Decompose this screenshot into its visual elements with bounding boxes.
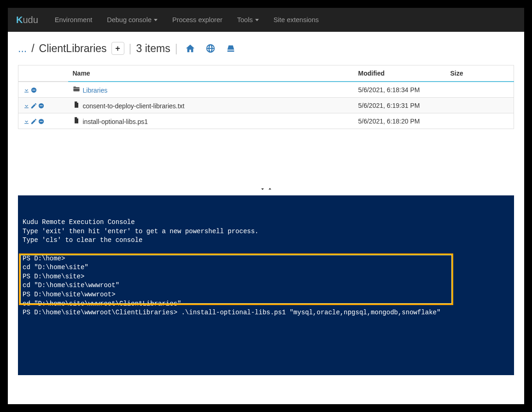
navbar: Kudu Environment Debug console Process e… xyxy=(8,8,524,32)
items-count: 3 items xyxy=(136,42,170,55)
th-name[interactable]: Name xyxy=(68,65,354,82)
file-name: consent-to-deploy-client-libraries.txt xyxy=(83,102,185,110)
file-icon xyxy=(73,117,81,124)
nav-item-process-explorer[interactable]: Process explorer xyxy=(166,8,229,32)
divider: | xyxy=(175,42,178,55)
delete-icon[interactable] xyxy=(38,102,45,109)
name-cell-folder: Libraries xyxy=(68,82,354,98)
edit-icon[interactable] xyxy=(30,118,37,125)
edit-icon[interactable] xyxy=(30,102,37,109)
table-row: consent-to-deploy-client-libraries.txt5/… xyxy=(18,98,514,113)
nav-label: Debug console xyxy=(107,16,152,24)
th-actions xyxy=(18,65,68,82)
modified-cell: 5/6/2021, 6:18:34 PM xyxy=(354,82,446,98)
nav-item-site-extensions[interactable]: Site extensions xyxy=(267,8,325,32)
svg-rect-1 xyxy=(32,90,35,90)
add-button[interactable]: + xyxy=(111,42,124,55)
delete-icon[interactable] xyxy=(30,87,37,94)
brand-prefix: K xyxy=(16,15,23,25)
file-table: Name Modified Size Libraries5/6/2021, 6:… xyxy=(18,65,514,129)
modified-cell: 5/6/2021, 6:18:20 PM xyxy=(354,113,446,129)
th-modified[interactable]: Modified xyxy=(354,65,446,82)
size-cell xyxy=(446,98,514,113)
actions-cell xyxy=(18,113,68,129)
table-row: install-optional-libs.ps15/6/2021, 6:18:… xyxy=(18,113,514,129)
brand-logo[interactable]: Kudu xyxy=(16,15,38,25)
folder-icon xyxy=(73,85,81,93)
nav-label: Site extensions xyxy=(274,16,319,24)
breadcrumb: ... / ClientLibraries + | 3 items | xyxy=(18,42,514,55)
brand-rest: udu xyxy=(23,15,38,25)
th-size[interactable]: Size xyxy=(446,65,514,82)
table-row: Libraries5/6/2021, 6:18:34 PM xyxy=(18,82,514,98)
file-name: install-optional-libs.ps1 xyxy=(83,118,148,125)
actions-cell xyxy=(18,98,68,113)
chevron-down-icon xyxy=(154,19,158,21)
console[interactable]: Kudu Remote Execution Console Type 'exit… xyxy=(18,195,514,375)
console-resize-handle[interactable] xyxy=(18,184,514,193)
svg-rect-3 xyxy=(40,106,42,106)
divider: | xyxy=(129,42,132,55)
actions-cell xyxy=(18,82,68,98)
download-icon[interactable] xyxy=(23,87,30,94)
name-cell-file: install-optional-libs.ps1 xyxy=(68,113,354,129)
globe-icon[interactable] xyxy=(205,43,216,53)
download-icon[interactable] xyxy=(23,118,30,125)
nav-label: Environment xyxy=(55,16,92,24)
folder-link[interactable]: Libraries xyxy=(83,87,108,94)
nav-item-debug-console[interactable]: Debug console xyxy=(100,8,164,32)
download-icon[interactable] xyxy=(23,102,30,109)
breadcrumb-current: ClientLibraries xyxy=(39,42,107,55)
delete-icon[interactable] xyxy=(38,118,45,125)
nav-label: Tools xyxy=(237,16,253,24)
modified-cell: 5/6/2021, 6:19:31 PM xyxy=(354,98,446,113)
size-cell xyxy=(446,82,514,98)
file-icon xyxy=(73,101,81,108)
size-cell xyxy=(446,113,514,129)
nav-label: Process explorer xyxy=(172,16,222,24)
console-output: Kudu Remote Execution Console Type 'exit… xyxy=(23,218,509,318)
name-cell-file: consent-to-deploy-client-libraries.txt xyxy=(68,98,354,113)
chevron-down-icon xyxy=(255,19,259,21)
breadcrumb-ellipsis[interactable]: ... xyxy=(18,42,27,55)
nav-item-environment[interactable]: Environment xyxy=(48,8,99,32)
svg-rect-5 xyxy=(40,121,42,122)
breadcrumb-separator: / xyxy=(31,42,34,55)
disk-icon[interactable] xyxy=(226,43,236,53)
home-icon[interactable] xyxy=(185,43,195,53)
nav-item-tools[interactable]: Tools xyxy=(231,8,265,32)
